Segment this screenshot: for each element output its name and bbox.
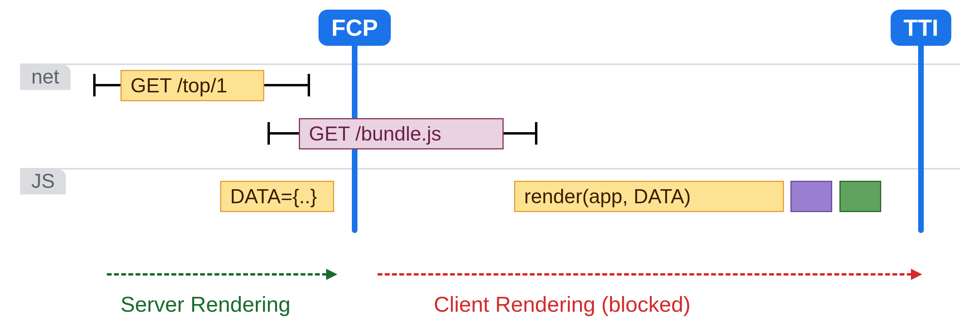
net-req2-lead-whisker <box>267 132 300 135</box>
tti-marker-line <box>918 40 924 233</box>
lane-label-js: JS <box>20 170 66 194</box>
net-req1-end-cap <box>308 74 310 96</box>
lane-label-net: net <box>20 65 71 90</box>
js-purple-block <box>790 181 832 212</box>
client-phase-arrow-head <box>911 269 922 280</box>
client-phase-label: Client Rendering (blocked) <box>434 293 690 315</box>
lane-divider-net <box>20 63 960 65</box>
js-render-bar: render(app, DATA) <box>514 181 784 212</box>
net-req2-bar: GET /bundle.js <box>299 118 504 149</box>
server-phase-arrow-line <box>107 273 327 276</box>
server-phase-label: Server Rendering <box>120 293 290 315</box>
js-green-block <box>839 181 881 212</box>
fcp-marker-badge: FCP <box>318 10 391 46</box>
tti-marker-badge: TTI <box>891 10 951 46</box>
client-phase-arrow-line <box>378 273 912 276</box>
lane-divider-js <box>20 168 960 170</box>
net-req2-trail-whisker <box>504 132 536 135</box>
net-req1-trail-whisker <box>264 84 308 86</box>
net-req2-end-cap <box>535 122 537 145</box>
js-data-bar: DATA={..} <box>220 181 334 212</box>
server-phase-arrow-head <box>326 269 337 280</box>
net-req1-lead-whisker <box>93 84 121 86</box>
net-req1-bar: GET /top/1 <box>120 70 264 101</box>
